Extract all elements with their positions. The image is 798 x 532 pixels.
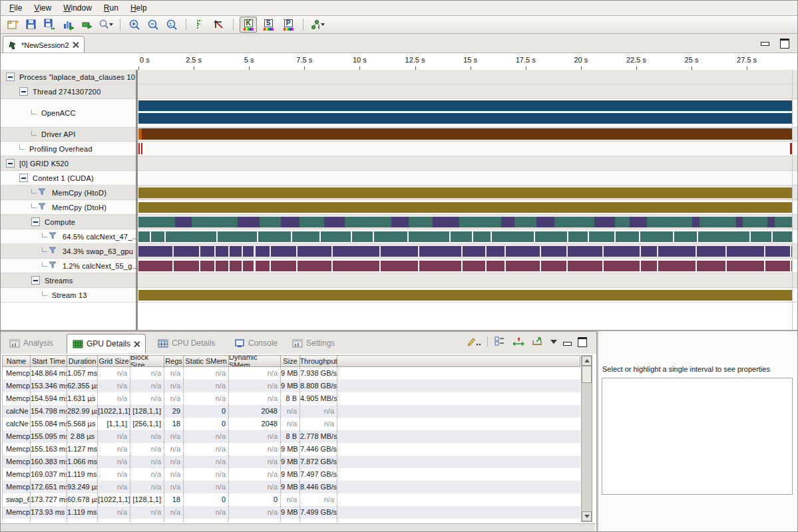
- tree-item[interactable]: Stream 13: [1, 288, 136, 303]
- timeline-segment-icon[interactable]: [79, 17, 95, 33]
- timeline-bar-segment[interactable]: [589, 231, 615, 242]
- timeline-track[interactable]: [136, 99, 798, 128]
- timeline-bar-segment[interactable]: [258, 231, 290, 242]
- tree-item[interactable]: [0] GRID K520: [1, 156, 136, 171]
- timeline-bar-segment[interactable]: [616, 231, 638, 242]
- timeline-bar-segment[interactable]: [568, 246, 602, 257]
- tree-item[interactable]: Driver API: [1, 128, 136, 142]
- edit-pen-icon[interactable]: [467, 336, 481, 348]
- timeline-bar-segment[interactable]: [333, 261, 379, 271]
- timeline-bar-segment[interactable]: [463, 246, 485, 257]
- timeline-bar-segment[interactable]: [699, 217, 736, 227]
- tree-item[interactable]: OpenACC: [1, 99, 136, 128]
- table-row[interactable]: Memcp173.93 ms1.119 msn/an/an/an/an/a9 M…: [3, 506, 580, 519]
- zoom-fit-icon[interactable]: ±: [164, 17, 180, 33]
- timeline-bar-segment[interactable]: [175, 217, 192, 227]
- column-header-dynamic-smem[interactable]: Dynamic SMem: [229, 356, 281, 366]
- timeline-bar-segment[interactable]: [138, 113, 792, 124]
- timeline-bar-segment[interactable]: [698, 231, 749, 242]
- tree-item[interactable]: Streams: [1, 273, 136, 288]
- timeline-bar-segment[interactable]: [298, 246, 331, 257]
- outline-view-icon[interactable]: [494, 336, 506, 348]
- timeline-bar-segment[interactable]: [345, 217, 391, 227]
- search-zoom-icon[interactable]: [98, 17, 114, 33]
- kernel-colors-button[interactable]: K: [240, 17, 257, 33]
- timeline-bar-segment[interactable]: [299, 217, 324, 227]
- tree-item[interactable]: Process "laplace_data_clauses 10...: [1, 70, 136, 84]
- timeline-bar-segment[interactable]: [535, 231, 567, 242]
- timeline-bar-segment[interactable]: [775, 217, 792, 227]
- scroll-down-icon[interactable]: [582, 511, 592, 521]
- table-vertical-scrollbar[interactable]: [581, 355, 592, 522]
- timeline-bar-segment[interactable]: [243, 246, 254, 257]
- timeline-bar-segment[interactable]: [463, 261, 485, 271]
- timeline-bar-segment[interactable]: [230, 246, 242, 257]
- tree-item[interactable]: MemCpy (DtoH): [1, 200, 136, 215]
- session-tab[interactable]: *NewSession2: [3, 36, 85, 53]
- timeline-bar-segment[interactable]: [292, 231, 319, 242]
- menu-help[interactable]: Help: [124, 1, 153, 15]
- timeline-bar-segment[interactable]: [200, 246, 214, 257]
- timeline-track[interactable]: [136, 156, 798, 171]
- timeline-bar-segment[interactable]: [138, 100, 792, 111]
- timeline-track[interactable]: [136, 259, 798, 273]
- timeline-bar-segment[interactable]: [324, 217, 345, 227]
- menu-view[interactable]: View: [28, 1, 57, 15]
- timeline-bar-segment[interactable]: [658, 261, 696, 271]
- timeline-bar-segment[interactable]: [630, 217, 647, 227]
- tree-item[interactable]: 34.3% swap_63_gpu: [1, 244, 136, 259]
- timeline-bar-segment[interactable]: [138, 246, 172, 257]
- timeline-bar-segment[interactable]: [391, 217, 409, 227]
- collapse-icon[interactable]: [6, 72, 15, 81]
- analysis-tree-icon[interactable]: [309, 17, 325, 33]
- timeline-bar-segment[interactable]: [641, 261, 657, 271]
- timeline-bar-segment[interactable]: [765, 246, 790, 257]
- maximize-icon[interactable]: [780, 39, 789, 49]
- timeline-track[interactable]: [136, 273, 798, 288]
- tree-item[interactable]: Compute: [1, 215, 136, 229]
- timeline-bar-segment[interactable]: [473, 231, 491, 242]
- collapse-icon[interactable]: [31, 276, 40, 285]
- timeline-ruler[interactable]: 0 s2.5 s5 s7.5 s10 s12.5 s15 s17.5 s20 s…: [1, 53, 798, 70]
- timeline-track[interactable]: [136, 288, 798, 303]
- timeline-bar-segment[interactable]: [743, 217, 767, 227]
- table-row[interactable]: calcNe154.798 ms282.99 µs[1022,1,1][128,…: [3, 405, 580, 418]
- table-row[interactable]: Memcp155.163 ms1.127 msn/an/an/an/an/a9 …: [3, 443, 580, 456]
- timeline-bar-segment[interactable]: [451, 231, 472, 242]
- timeline-bar-segment[interactable]: [492, 231, 534, 242]
- stream-colors-button[interactable]: S: [260, 17, 277, 33]
- filter-icon[interactable]: [38, 188, 46, 197]
- timeline-bar-segment[interactable]: [568, 231, 587, 242]
- timeline-bar-segment[interactable]: [333, 246, 379, 257]
- tab-console[interactable]: Console: [229, 334, 283, 352]
- mark-timeline-icon[interactable]: [192, 17, 208, 33]
- timeline-bar-segment[interactable]: [192, 217, 238, 227]
- table-row[interactable]: Memcp155.095 ms2.88 µsn/an/an/an/an/a8 B…: [3, 430, 580, 443]
- timeline-bar-segment[interactable]: [166, 231, 217, 242]
- table-row[interactable]: Memcp179.163 ms1.073 msn/an/an/an/an/a9 …: [3, 519, 580, 522]
- timeline-bar-segment[interactable]: [409, 231, 449, 242]
- timeline-bar-segment[interactable]: [419, 261, 461, 271]
- timeline-bar-segment[interactable]: [230, 261, 242, 271]
- timeline-bar-segment[interactable]: [615, 217, 630, 227]
- maximize-icon[interactable]: [578, 337, 587, 347]
- timeline-bar-segment[interactable]: [501, 217, 514, 227]
- timeline-bar-segment[interactable]: [260, 217, 281, 227]
- tree-timeline-splitter[interactable]: [136, 70, 138, 331]
- scroll-up-icon[interactable]: [582, 356, 592, 366]
- column-header-static-smem[interactable]: Static SMem: [184, 356, 229, 366]
- timeline-track[interactable]: [136, 200, 798, 215]
- timeline-bar-segment[interactable]: [216, 261, 228, 271]
- tab-analysis[interactable]: Analysis: [4, 334, 59, 352]
- tab-cpu-details[interactable]: CPU Details: [152, 334, 220, 352]
- collapse-icon[interactable]: [31, 217, 40, 226]
- export-icon[interactable]: [531, 336, 544, 348]
- timeline-bar-segment[interactable]: [568, 261, 602, 271]
- filter-icon[interactable]: [38, 203, 46, 211]
- timeline-bar-segment[interactable]: [298, 261, 331, 271]
- tree-item[interactable]: 64.5% calcNext_47_...: [1, 229, 136, 244]
- timeline-bar-segment[interactable]: [727, 261, 765, 271]
- timeline-track[interactable]: [136, 229, 798, 244]
- scrollbar-thumb[interactable]: [582, 366, 592, 383]
- timeline-bar-segment[interactable]: [514, 217, 536, 227]
